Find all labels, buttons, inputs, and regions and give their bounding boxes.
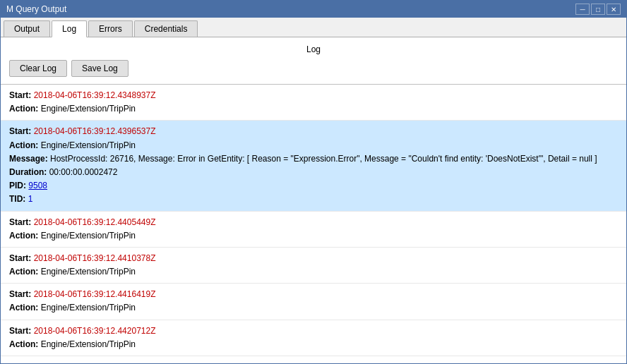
tab-log[interactable]: Log <box>52 20 87 37</box>
log-field-value: HostProcessId: 26716, Message: Error in … <box>50 154 597 164</box>
log-field-label: Start: <box>9 90 34 100</box>
log-field-value: 00:00:00.0002472 <box>49 167 118 177</box>
tab-errors[interactable]: Errors <box>88 20 133 37</box>
log-field-value: 2018-04-06T16:39:12.4410378Z <box>34 253 156 263</box>
log-field: Start: 2018-04-06T16:39:12.4425721Z <box>9 360 618 363</box>
log-field-value: 2018-04-06T16:39:12.4396537Z <box>34 126 156 136</box>
log-field: Start: 2018-04-06T16:39:12.4416419Z <box>9 288 618 301</box>
log-field: Action: Engine/Extension/TripPin <box>9 265 618 279</box>
log-field: Start: 2018-04-06T16:39:12.4410378Z <box>9 252 618 265</box>
log-field-value: Engine/Extension/TripPin <box>41 104 136 114</box>
log-field-label: Start: <box>9 253 34 263</box>
log-field-label: Start: <box>9 362 34 363</box>
window-title: M Query Output <box>6 4 66 14</box>
main-window: M Query Output ─ □ ✕ Output Log Errors C… <box>0 0 627 364</box>
maximize-button[interactable]: □ <box>591 4 605 15</box>
log-field-label: Action: <box>9 267 41 277</box>
log-field-value: 2018-04-06T16:39:12.4420712Z <box>34 326 156 336</box>
log-field: Start: 2018-04-06T16:39:12.4420712Z <box>9 324 618 338</box>
log-field-label: Message: <box>9 154 50 164</box>
log-field: Action: Engine/Extension/TripPin <box>9 229 618 243</box>
log-field-value: 2018-04-06T16:39:12.4416419Z <box>34 289 156 299</box>
log-field-label: Start: <box>9 217 34 227</box>
toolbar: Clear Log Save Log <box>1 60 626 84</box>
tab-output[interactable]: Output <box>4 20 50 37</box>
log-field: TID: 1 <box>9 193 618 206</box>
save-log-button[interactable]: Save Log <box>71 60 129 77</box>
log-field: Duration: 00:00:00.0002472 <box>9 166 618 179</box>
window-controls: ─ □ ✕ <box>575 4 621 15</box>
log-field-value: Engine/Extension/TripPin <box>41 339 136 349</box>
log-field-label: Duration: <box>9 167 49 177</box>
log-field-label: Action: <box>9 140 41 150</box>
log-field-label: Action: <box>9 303 41 313</box>
close-button[interactable]: ✕ <box>607 4 621 15</box>
log-field-label: PID: <box>9 181 28 190</box>
log-entry[interactable]: Start: 2018-04-06T16:39:12.4416419ZActio… <box>1 284 626 320</box>
log-field-label: Start: <box>9 289 34 299</box>
tab-bar: Output Log Errors Credentials <box>1 18 626 37</box>
log-title: Log <box>1 37 626 60</box>
log-field: Action: Engine/Extension/TripPin <box>9 301 618 315</box>
content-area: Log Clear Log Save Log Start: 2018-04-06… <box>1 37 626 363</box>
log-field-value[interactable]: 9508 <box>28 181 47 190</box>
log-field-label: Start: <box>9 326 34 336</box>
log-field: Start: 2018-04-06T16:39:12.4405449Z <box>9 216 618 229</box>
log-field: Action: Engine/Extension/TripPin <box>9 338 618 351</box>
log-field-value: Engine/Extension/TripPin <box>41 267 136 277</box>
log-field: Action: Engine/Extension/TripPin <box>9 102 618 116</box>
log-entry[interactable]: Start: 2018-04-06T16:39:12.4420712ZActio… <box>1 320 626 356</box>
log-field-label: Action: <box>9 339 41 349</box>
log-field-value: Engine/Extension/TripPin <box>41 231 136 241</box>
log-field-value: 2018-04-06T16:39:12.4348937Z <box>34 90 156 100</box>
log-entry[interactable]: Start: 2018-04-06T16:39:12.4405449ZActio… <box>1 212 626 248</box>
log-entry[interactable]: Start: 2018-04-06T16:39:12.4348937ZActio… <box>1 85 626 121</box>
log-field-label: Start: <box>9 126 34 136</box>
title-bar: M Query Output ─ □ ✕ <box>1 1 626 18</box>
clear-log-button[interactable]: Clear Log <box>9 60 67 77</box>
log-field-value: 2018-04-06T16:39:12.4425721Z <box>34 362 156 363</box>
log-field: Start: 2018-04-06T16:39:12.4348937Z <box>9 89 618 102</box>
log-field-label: TID: <box>9 194 28 204</box>
log-container[interactable]: Start: 2018-04-06T16:39:12.4348937ZActio… <box>1 84 626 363</box>
log-field: Message: HostProcessId: 26716, Message: … <box>9 152 618 166</box>
log-field: Start: 2018-04-06T16:39:12.4396537Z <box>9 125 618 138</box>
log-entry[interactable]: Start: 2018-04-06T16:39:12.4410378ZActio… <box>1 248 626 284</box>
log-field: Action: Engine/Extension/TripPin <box>9 139 618 152</box>
minimize-button[interactable]: ─ <box>575 4 590 15</box>
log-field-value: 2018-04-06T16:39:12.4405449Z <box>34 217 156 227</box>
log-entry[interactable]: Start: 2018-04-06T16:39:12.4396537ZActio… <box>1 121 626 211</box>
log-field-value: 1 <box>28 194 33 204</box>
log-field-label: Action: <box>9 231 41 241</box>
log-field-value: Engine/Extension/TripPin <box>41 140 136 150</box>
tab-credentials[interactable]: Credentials <box>134 20 198 37</box>
log-field-value: Engine/Extension/TripPin <box>41 303 136 313</box>
log-entry[interactable]: Start: 2018-04-06T16:39:12.4425721ZActio… <box>1 356 626 363</box>
log-field: PID: 9508 <box>9 179 618 193</box>
log-field-label: Action: <box>9 104 41 114</box>
